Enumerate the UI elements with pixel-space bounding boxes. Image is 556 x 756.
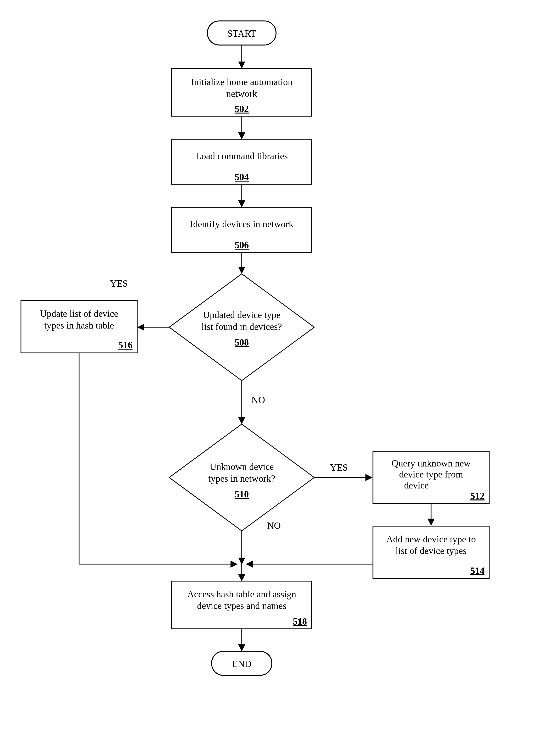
n508-line1: Updated device type: [203, 310, 280, 320]
node-510: Unknown device types in network? 510: [169, 424, 314, 531]
n506-line1: Identify devices in network: [190, 219, 293, 229]
edge-510-yes-label: YES: [330, 462, 348, 473]
node-514: Add new device type to list of device ty…: [373, 526, 489, 578]
n504-ref: 504: [235, 172, 249, 182]
n506-ref: 506: [235, 240, 249, 250]
n510-ref: 510: [235, 489, 249, 500]
edge-508-yes-label: YES: [110, 278, 128, 289]
n502-line2: network: [226, 88, 257, 99]
n518-line2: device types and names: [197, 601, 286, 611]
node-508: Updated device type list found in device…: [169, 274, 314, 381]
node-502: Initialize home automation network 502: [172, 69, 312, 116]
n514-line2: list of device types: [396, 545, 467, 556]
n510-line2: types in network?: [208, 473, 275, 484]
n512-line3: device: [404, 480, 429, 491]
edge-508-no-label: NO: [251, 395, 265, 405]
n516-ref: 516: [118, 340, 133, 350]
n512-line2: device type from: [399, 469, 463, 479]
node-504: Load command libraries 504: [172, 139, 312, 184]
n518-ref: 518: [293, 616, 307, 627]
n516-line1: Update list of device: [40, 309, 118, 319]
node-512: Query unknown new device type from devic…: [373, 451, 489, 504]
node-end: END: [212, 651, 272, 675]
n510-line1: Unknown device: [210, 462, 274, 472]
flowchart: START Initialize home automation network…: [0, 0, 556, 756]
n502-line1: Initialize home automation: [191, 77, 292, 87]
n516-line2: types in hash table: [44, 320, 114, 331]
n512-ref: 512: [471, 491, 485, 501]
edge-510-no-label: NO: [267, 520, 281, 531]
n514-ref: 514: [471, 566, 485, 576]
n508-line2: list found in devices?: [202, 321, 282, 332]
n512-line1: Query unknown new: [391, 458, 471, 469]
end-label: END: [232, 659, 251, 669]
n502-ref: 502: [235, 104, 249, 114]
node-516: Update list of device types in hash tabl…: [21, 300, 137, 353]
start-label: START: [228, 28, 256, 39]
n514-line1: Add new device type to: [386, 534, 476, 544]
n504-line1: Load command libraries: [196, 151, 288, 161]
n518-line1: Access hash table and assign: [187, 589, 296, 600]
node-506: Identify devices in network 506: [172, 207, 312, 252]
n508-ref: 508: [235, 337, 249, 348]
node-start: START: [207, 21, 276, 45]
node-518: Access hash table and assign device type…: [172, 581, 312, 629]
